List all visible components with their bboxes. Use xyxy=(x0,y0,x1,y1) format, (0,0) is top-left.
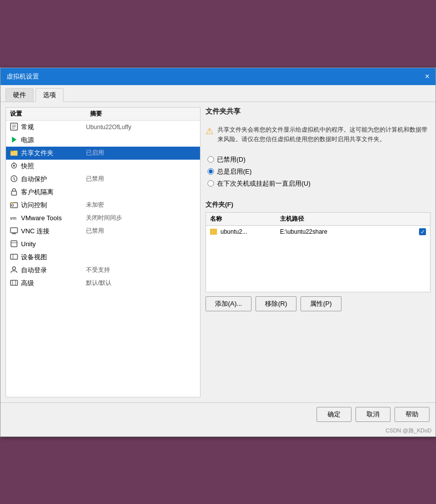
folder-section: 文件夹(F) 名称 主机路径 ubuntu2... E:\ubuntu22sha… xyxy=(206,200,430,311)
col-header-summary: 摘要 xyxy=(90,110,196,118)
properties-button[interactable]: 属性(P) xyxy=(300,296,341,311)
svg-point-24 xyxy=(12,267,16,270)
general-label: 常规 xyxy=(21,123,86,132)
list-item-vmware-tools[interactable]: vm VMware Tools 关闭时间同步 xyxy=(6,212,200,225)
shared-folders-value: 已启用 xyxy=(86,149,104,157)
radio-group: 已禁用(D) 总是启用(E) 在下次关机或挂起前一直启用(U) xyxy=(206,155,430,188)
folder-table: 名称 主机路径 ubuntu2... E:\ubuntu22share ✓ xyxy=(206,212,430,292)
tab-hardware[interactable]: 硬件 xyxy=(6,88,34,102)
shared-folders-icon xyxy=(10,149,19,158)
close-button[interactable]: × xyxy=(425,73,430,81)
dialog: 虚拟机设置 × 硬件 选项 设置 摘要 常规 Ubuntu22OfLuffy xyxy=(0,68,436,437)
warning-box: ⚠ 共享文件夹会将您的文件显示给虚拟机中的程序。这可能为您的计算机和数据带来风险… xyxy=(206,125,430,144)
list-item-general[interactable]: 常规 Ubuntu22OfLuffy xyxy=(6,121,200,134)
general-icon xyxy=(10,123,19,132)
vnc-value: 已禁用 xyxy=(86,227,104,235)
advanced-value: 默认/默认 xyxy=(86,279,112,287)
list-item-snapshot[interactable]: 快照 xyxy=(6,160,200,173)
isolation-label: 客户机隔离 xyxy=(21,188,86,197)
svg-line-12 xyxy=(14,179,15,180)
radio-always[interactable]: 总是启用(E) xyxy=(208,167,430,176)
svg-rect-17 xyxy=(10,228,18,233)
svg-rect-20 xyxy=(11,241,17,247)
title-bar: 虚拟机设置 × xyxy=(0,68,436,85)
list-item-power[interactable]: 电源 xyxy=(6,134,200,147)
vnc-label: VNC 连接 xyxy=(21,227,86,236)
watermark: CSDN @路_KDoD xyxy=(0,426,436,436)
access-control-value: 未加密 xyxy=(86,201,104,209)
advanced-label: 高级 xyxy=(21,279,86,288)
vmware-tools-label: VMware Tools xyxy=(21,214,86,222)
add-button[interactable]: 添加(A)... xyxy=(206,296,252,311)
svg-point-8 xyxy=(13,165,15,167)
folder-row-path: E:\ubuntu22share xyxy=(280,228,414,235)
svg-marker-4 xyxy=(12,137,16,143)
help-button[interactable]: 帮助 xyxy=(394,407,430,422)
dialog-title: 虚拟机设置 xyxy=(6,72,39,81)
bottom-buttons: 确定 取消 帮助 xyxy=(316,407,430,422)
shared-folders-label: 共享文件夹 xyxy=(21,149,86,158)
autoprotect-icon xyxy=(10,175,19,184)
unity-icon xyxy=(10,240,19,249)
radio-until-suspend[interactable]: 在下次关机或挂起前一直启用(U) xyxy=(208,179,430,188)
autoprotect-label: 自动保护 xyxy=(21,175,86,184)
list-item-vnc[interactable]: VNC 连接 已禁用 xyxy=(6,225,200,238)
svg-point-16 xyxy=(12,204,14,206)
folder-table-header: 名称 主机路径 xyxy=(206,213,430,226)
radio-disabled-input[interactable] xyxy=(208,156,214,163)
isolation-icon xyxy=(10,188,19,197)
bottom-bar: 确定 取消 帮助 xyxy=(0,402,436,426)
warning-text: 共享文件夹会将您的文件显示给虚拟机中的程序。这可能为您的计算机和数据带来风险。请… xyxy=(218,125,430,144)
svg-rect-22 xyxy=(10,254,18,259)
radio-always-input[interactable] xyxy=(208,168,214,175)
radio-disabled-label: 已禁用(D) xyxy=(217,155,246,164)
col-header-setting: 设置 xyxy=(10,110,90,118)
snapshot-label: 快照 xyxy=(21,162,86,171)
folder-col-path: 主机路径 xyxy=(280,215,426,223)
svg-rect-25 xyxy=(10,280,18,285)
folder-row-name: ubuntu2... xyxy=(210,228,280,235)
ok-button[interactable]: 确定 xyxy=(316,407,352,422)
radio-disabled[interactable]: 已禁用(D) xyxy=(208,155,430,164)
autologin-value: 不受支持 xyxy=(86,266,110,274)
checked-icon: ✓ xyxy=(419,228,426,235)
svg-rect-13 xyxy=(12,191,16,195)
cancel-button[interactable]: 取消 xyxy=(356,407,390,422)
list-item-isolation[interactable]: 客户机隔离 xyxy=(6,186,200,199)
list-item-unity[interactable]: Unity xyxy=(6,238,200,251)
device-view-icon xyxy=(10,253,19,262)
list-item-shared-folders[interactable]: 共享文件夹 已启用 xyxy=(6,147,200,160)
folder-icon xyxy=(210,229,217,235)
left-list: 常规 Ubuntu22OfLuffy 电源 共享文件夹 xyxy=(6,121,200,290)
list-item-access-control[interactable]: 访问控制 未加密 xyxy=(6,199,200,212)
left-header: 设置 摘要 xyxy=(6,108,200,121)
warning-icon: ⚠ xyxy=(206,126,214,137)
folder-col-name: 名称 xyxy=(210,215,280,223)
folder-buttons: 添加(A)... 移除(R) 属性(P) xyxy=(206,296,430,311)
radio-until-suspend-label: 在下次关机或挂起前一直启用(U) xyxy=(217,179,310,188)
folder-row-check: ✓ xyxy=(414,228,426,235)
content-area: 设置 摘要 常规 Ubuntu22OfLuffy 电源 xyxy=(0,102,436,402)
svg-rect-15 xyxy=(10,203,14,204)
svg-rect-6 xyxy=(10,151,14,152)
access-control-icon xyxy=(10,201,19,210)
vmware-tools-icon: vm xyxy=(10,216,19,221)
folder-section-title: 文件夹(F) xyxy=(206,200,430,209)
power-label: 电源 xyxy=(21,136,86,145)
device-view-label: 设备视图 xyxy=(21,253,86,262)
main-title: 文件夹共享 xyxy=(206,107,430,116)
radio-until-suspend-input[interactable] xyxy=(208,180,214,187)
remove-button[interactable]: 移除(R) xyxy=(256,296,296,311)
general-value: Ubuntu22OfLuffy xyxy=(86,124,132,131)
autoprotect-value: 已禁用 xyxy=(86,175,104,183)
vmware-tools-value: 关闭时间同步 xyxy=(86,214,122,222)
unity-label: Unity xyxy=(21,240,86,248)
list-item-advanced[interactable]: 高级 默认/默认 xyxy=(6,277,200,290)
list-item-device-view[interactable]: 设备视图 xyxy=(6,251,200,264)
autologin-label: 自动登录 xyxy=(21,266,86,275)
tab-options[interactable]: 选项 xyxy=(36,88,64,102)
list-item-autoprotect[interactable]: 自动保护 已禁用 xyxy=(6,173,200,186)
table-row[interactable]: ubuntu2... E:\ubuntu22share ✓ xyxy=(206,226,430,238)
left-panel: 设置 摘要 常规 Ubuntu22OfLuffy 电源 xyxy=(6,107,200,397)
list-item-autologin[interactable]: 自动登录 不受支持 xyxy=(6,264,200,277)
